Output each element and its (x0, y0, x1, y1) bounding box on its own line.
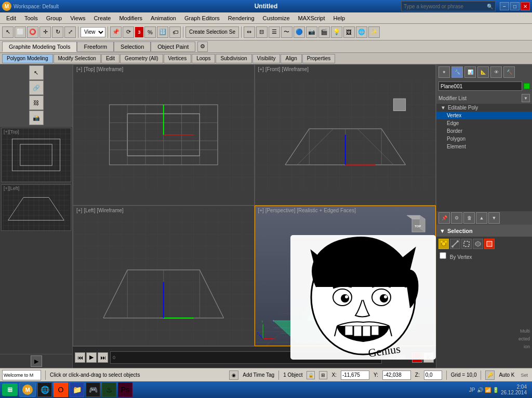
sel-vertex-icon[interactable] (438, 239, 449, 249)
timeline-track[interactable]: 0 (110, 351, 382, 364)
spinner-snap-btn[interactable]: 🔢 (157, 26, 168, 38)
scale-btn[interactable]: ⤢ (64, 26, 76, 38)
tab-object-paint[interactable]: Object Paint (151, 42, 195, 52)
sel-polygon-icon[interactable] (473, 239, 483, 249)
search-icon[interactable]: 🔍 (485, 4, 495, 9)
env-btn[interactable]: 🌐 (356, 26, 367, 38)
circle-select-btn[interactable]: ⭕ (27, 26, 38, 38)
rect-select-btn[interactable]: ⬜ (15, 26, 26, 38)
menu-create[interactable]: Create (89, 14, 115, 22)
render-setup-btn[interactable]: 📷 (306, 26, 317, 38)
left-select-icon[interactable]: ↖ (29, 65, 44, 80)
mod-sub-element[interactable]: Element (436, 143, 532, 150)
selection-header[interactable]: ▼ Selection (436, 225, 532, 237)
z-coord-input[interactable] (424, 370, 442, 380)
poly-tab-modify-selection[interactable]: Modify Selection (54, 54, 101, 63)
menu-tools[interactable]: Tools (20, 14, 42, 22)
sel-border-icon[interactable] (461, 239, 472, 249)
move-btn[interactable]: ✛ (39, 26, 51, 38)
close-button[interactable]: ✕ (521, 2, 530, 10)
expand-left-btn[interactable]: ▶ (31, 355, 42, 367)
minimize-button[interactable]: − (500, 2, 509, 10)
modify-icon[interactable]: 🔧 (451, 66, 463, 78)
menu-views[interactable]: Views (66, 14, 89, 22)
taskbar-steam-icon[interactable]: ♨ (102, 382, 116, 397)
y-coord-input[interactable] (382, 370, 411, 380)
rotate-btn[interactable]: ↻ (52, 26, 63, 38)
viewport-front[interactable]: [+] [Front] [Wireframe] (255, 64, 436, 205)
snap-toggle-btn[interactable]: 📌 (110, 26, 122, 38)
layer-btn[interactable]: ☰ (269, 26, 280, 38)
menu-customize[interactable]: Customize (259, 14, 294, 22)
mod-sub-vertex[interactable]: Vertex (436, 112, 532, 119)
taskbar-browser-icon[interactable]: 🌐 (37, 382, 52, 397)
auto-key-btn[interactable]: A (412, 352, 422, 363)
taskbar-opera-icon[interactable]: O (54, 382, 68, 397)
active-shade-btn[interactable]: 💡 (331, 26, 342, 38)
poly-tab-vertices[interactable]: Vertices (164, 54, 192, 63)
navigation-cube[interactable]: TOP (404, 211, 430, 237)
x-coord-input[interactable] (341, 370, 369, 380)
poly-tab-geometry-all[interactable]: Geometry (All) (120, 54, 163, 63)
object-color-swatch[interactable] (524, 83, 530, 89)
key-icon[interactable]: 🔑 (485, 370, 495, 380)
poly-tab-align[interactable]: Align (281, 54, 301, 63)
mod-pin-btn[interactable]: 📌 (438, 212, 450, 224)
start-button[interactable]: ⊞ (2, 383, 18, 396)
viewport-perspective[interactable]: [+] [Perspective] [Realistic + Edged Fac… (255, 205, 436, 347)
menu-graph-editors[interactable]: Graph Editors (180, 14, 224, 22)
menu-maxscript[interactable]: MAXScript (294, 14, 329, 22)
mod-sub-border[interactable]: Border (436, 127, 532, 135)
angle-snap-btn[interactable]: ⟳ (123, 26, 134, 38)
utilities-icon[interactable]: 🔨 (503, 66, 515, 78)
taskbar-folder-icon[interactable]: 📁 (70, 382, 84, 397)
lock-icon[interactable]: 🔒 (307, 371, 315, 379)
motion-icon[interactable]: 📐 (477, 66, 489, 78)
left-camera-icon[interactable]: 📸 (29, 111, 44, 125)
menu-rendering[interactable]: Rendering (224, 14, 259, 22)
mirror-btn[interactable]: ⇔ (244, 26, 255, 38)
poly-tab-properties[interactable]: Properties (302, 54, 336, 63)
create-selection-button[interactable]: Create Selection Se (185, 26, 239, 38)
viewport-top[interactable]: [+] [Top] [Wireframe] (73, 64, 255, 205)
select-tool-btn[interactable]: ↖ (2, 26, 14, 38)
left-link-icon[interactable]: 🔗 (29, 80, 44, 95)
add-time-tag-icon[interactable]: ◉ (229, 370, 238, 380)
select-filter-icon[interactable]: ⊞ (319, 371, 327, 379)
menu-group[interactable]: Group (42, 14, 66, 22)
menu-modifiers[interactable]: Modifiers (115, 14, 147, 22)
timeline-next-btn[interactable]: ⏭ (98, 352, 108, 363)
mod-sub-polygon[interactable]: Polygon (436, 135, 532, 143)
poly-tab-loops[interactable]: Loops (192, 54, 215, 63)
align-btn[interactable]: ⊟ (256, 26, 268, 38)
poly-tab-subdivision[interactable]: Subdivision (216, 54, 251, 63)
timeline-play-btn[interactable]: ▶ (86, 352, 97, 363)
mod-move-down-btn[interactable]: ▼ (488, 212, 500, 224)
reference-dropdown[interactable]: View (81, 27, 105, 37)
modifier-dropdown-btn[interactable]: ▼ (522, 94, 530, 102)
mod-delete-btn[interactable]: 🗑 (463, 212, 475, 224)
taskbar-ps-icon[interactable]: Ps (118, 382, 132, 397)
render-frame-btn[interactable]: 🖼 (343, 26, 355, 38)
display-icon[interactable]: 👁 (490, 66, 502, 78)
tab-freeform[interactable]: Freeform (77, 42, 114, 52)
subtoolbar-settings-btn[interactable]: ⚙ (197, 42, 208, 52)
mod-sub-edge[interactable]: Edge (436, 119, 532, 127)
sel-edge-icon[interactable] (450, 239, 460, 249)
tab-graphite-modeling[interactable]: Graphite Modeling Tools (2, 42, 77, 52)
mod-item-editable-poly[interactable]: ▼ Editable Poly (436, 104, 532, 112)
by-vertex-checkbox[interactable] (440, 252, 446, 259)
taskbar-app2-icon[interactable]: 🎮 (86, 382, 100, 397)
poly-tab-edit[interactable]: Edit (101, 54, 119, 63)
object-name-input[interactable] (438, 81, 522, 91)
edit-named-sel-btn[interactable]: 🏷 (169, 26, 181, 38)
set-key-btn[interactable]: K (423, 352, 434, 363)
mod-settings-btn[interactable]: ⚙ (451, 212, 462, 224)
poly-tab-polygon-modeling[interactable]: Polygon Modeling (2, 54, 53, 63)
poly-tab-visibility[interactable]: Visibility (252, 54, 281, 63)
maximize-button[interactable]: □ (510, 2, 520, 10)
create-icon[interactable]: ✦ (438, 66, 450, 78)
sel-element-icon[interactable] (484, 239, 495, 249)
menu-help[interactable]: Help (329, 14, 350, 22)
percent-snap-btn[interactable]: % (144, 26, 156, 38)
